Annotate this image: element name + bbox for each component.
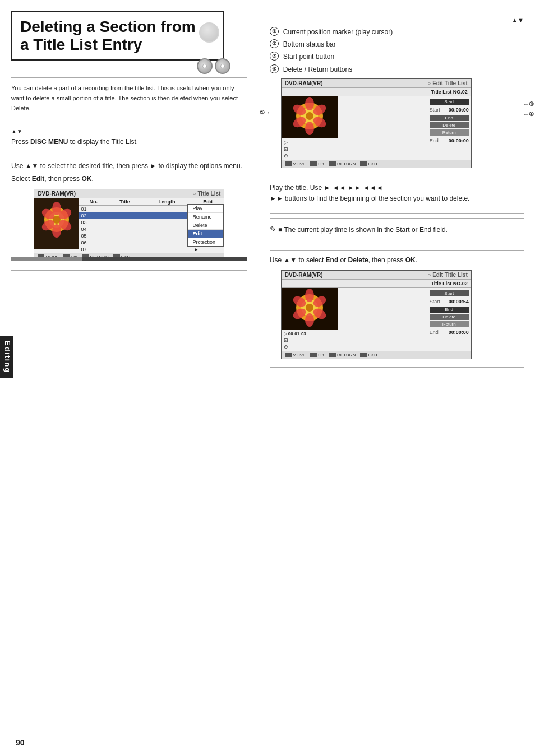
note-text: ✎ ■ The current play time is shown in th…: [270, 223, 524, 235]
callout-text-1: Current position marker (play cursor): [283, 27, 393, 38]
step5-section: Use ▲▼ to select End or Delete, then pre…: [270, 250, 524, 368]
svg-point-17: [305, 122, 314, 135]
page-title: Deleting a Section from a Title List Ent…: [20, 18, 215, 54]
screen-mockup-title-list: DVD-RAM(VR) Title List: [34, 189, 224, 261]
svg-point-23: [306, 304, 313, 312]
callout-arrow-1: ①→: [260, 109, 270, 115]
step1-section: ▲▼ Press DISC MENU to display the Title …: [11, 120, 247, 152]
start-btn-2[interactable]: Start: [430, 290, 469, 296]
col-no: No.: [79, 198, 108, 206]
edit-footer-return-2: RETURN: [329, 353, 356, 358]
step2-section: Use ▲▼ to select the desired title, then…: [11, 155, 247, 271]
delete-btn-1[interactable]: Delete: [430, 122, 469, 128]
screen-header: DVD-RAM(VR) Title List: [34, 189, 224, 198]
progress-display: ▷ 00:01:03: [284, 331, 335, 336]
edit-footer-ok-1: OK: [310, 161, 325, 166]
menu-item-delete: Delete: [188, 221, 223, 230]
stop-icon: ■: [278, 226, 282, 234]
note-section: ✎ ■ The current play time is shown in th…: [270, 218, 524, 240]
callout-arrow-3: ←③: [523, 101, 534, 107]
edit-screen-header-2: DVD-RAM(VR) ○ Edit Title List: [282, 271, 471, 280]
title-no-2: Title List NO.02: [282, 280, 471, 288]
svg-point-13: [306, 112, 313, 120]
start-value-2: 00:00:54: [449, 299, 469, 304]
col-length: Length: [142, 198, 192, 206]
edit-screen-footer-2: MOVE OK RETURN EXIT: [282, 351, 471, 359]
return-btn-1[interactable]: Return: [430, 129, 469, 136]
edit-buttons-2: Start Start 00:00:54 End Delete Return E…: [430, 290, 469, 336]
step2-text: Use ▲▼ to select the desired title, then…: [11, 161, 247, 171]
edit-title-list-label-2: ○ Edit Title List: [427, 272, 467, 278]
edit-footer-exit-2: EXIT: [360, 353, 378, 358]
edit-title-list-label: ○ Edit Title List: [427, 80, 467, 86]
divider-3: [270, 245, 524, 245]
title-list-screen: DVD-RAM(VR) Title List: [11, 189, 247, 261]
end-btn-2[interactable]: End: [430, 307, 469, 313]
play-cursor-icon: ▷: [284, 140, 335, 145]
page-number: 90: [16, 738, 25, 747]
edit-screen-1: DVD-RAM(VR) ○ Edit Title List Title List…: [281, 78, 472, 168]
decorative-circle: [199, 22, 219, 43]
edit-screen-footer-1: MOVE OK RETURN EXIT: [282, 160, 471, 168]
svg-point-27: [305, 313, 314, 327]
intro-text: You can delete a part of a recording fro…: [11, 84, 247, 113]
up-down-arrows-1: ▲▼: [11, 128, 22, 134]
divider-1: [270, 173, 524, 173]
step1-text: ▲▼ Press DISC MENU to display the Title …: [11, 126, 247, 147]
editing-sidebar-tab: Editing: [0, 336, 13, 378]
start-value-1: 00:00:00: [449, 107, 469, 113]
disc-symbol-2: ⊙: [284, 344, 335, 350]
table-row: 07►: [79, 246, 224, 253]
end-label-1: End: [430, 138, 446, 143]
edit-screen-body-2: ▷ 00:01:03 ⊡ ⊙ Start Start: [282, 288, 471, 351]
callout-3: ③ Start point button: [270, 52, 524, 62]
chapter-icon: ⊡: [284, 146, 335, 152]
edit-screen-icons-1: ▷ ⊡ ⊙: [282, 138, 338, 160]
end-value-2: 00:00:00: [449, 330, 469, 335]
callout-num-2: ②: [270, 39, 279, 48]
edit-screen-header-1: DVD-RAM(VR) ○ Edit Title List: [282, 79, 471, 88]
col-title: Title: [108, 198, 141, 206]
screen-body: ≙ SP No. Title Length Edit: [34, 198, 224, 253]
return-btn-2[interactable]: Return: [430, 321, 469, 327]
exit-icon-e2: [360, 353, 367, 357]
edit-dvd-label-2: DVD-RAM(VR): [285, 272, 323, 278]
delete-btn-2[interactable]: Delete: [430, 314, 469, 320]
exit-icon-e1: [360, 161, 367, 166]
end-btn-1[interactable]: End: [430, 115, 469, 121]
edit-thumbnail-1: [282, 96, 338, 138]
table-area: No. Title Length Edit 01► 02 03: [79, 198, 224, 253]
edit-screen-left-2: ▷ 00:01:03 ⊡ ⊙: [282, 288, 338, 351]
edit-dvd-label: DVD-RAM(VR): [285, 80, 323, 86]
edit-thumbnail-2: [282, 288, 338, 330]
title-list-header: Title List: [193, 191, 221, 197]
disc-icons: [197, 58, 230, 74]
chapter-icon-2: ⊡: [284, 337, 335, 343]
dvd-ram-label: DVD-RAM(VR): [38, 191, 76, 197]
step3-arrows-top: ▲▼: [270, 17, 524, 24]
return-icon-e1: [329, 161, 336, 166]
edit-screen-left-1: ▷ ⊡ ⊙: [282, 96, 338, 160]
intro-section: You can delete a part of a recording fro…: [11, 77, 247, 118]
edit-screen-2: DVD-RAM(VR) ○ Edit Title List Title List…: [281, 270, 472, 359]
start-label-1: Start: [430, 107, 446, 113]
edit-footer-move-2: MOVE: [285, 353, 306, 358]
start-time-row-1: Start 00:00:00: [430, 107, 469, 113]
edit-screen-1-container: ①→ ② ←③ ←④ DVD-RAM(VR) ○ Edit Title List…: [270, 78, 524, 168]
right-column: ▲▼ ① Current position marker (play curso…: [259, 11, 524, 745]
step4-section: Play the title. Use ► ◄◄ ►► ◄◄◄ ►► butto…: [270, 178, 524, 208]
edit-screen-right-1: Start Start 00:00:00 End Delete Return E…: [338, 96, 471, 160]
context-menu: Play Rename Delete Edit Protection: [187, 204, 224, 247]
callout-num-4: ④: [270, 64, 279, 73]
start-btn-1[interactable]: Start: [430, 99, 469, 105]
start-time-row-2: Start 00:00:54: [430, 299, 469, 304]
end-time-row-2: End 00:00:00: [430, 330, 469, 335]
menu-item-protection: Protection: [188, 238, 223, 246]
callout-2: ② Bottom status bar: [270, 39, 524, 50]
divider-2: [270, 213, 524, 214]
disc-icon-2: [215, 58, 230, 74]
disc-symbol: ⊙: [284, 153, 335, 159]
edit-buttons-1: Start Start 00:00:00 End Delete Return E…: [430, 99, 469, 145]
edit-screen-body-1: ▷ ⊡ ⊙ Start Start 00:00:00 End: [282, 96, 471, 160]
disc-icon-1: [197, 58, 213, 74]
